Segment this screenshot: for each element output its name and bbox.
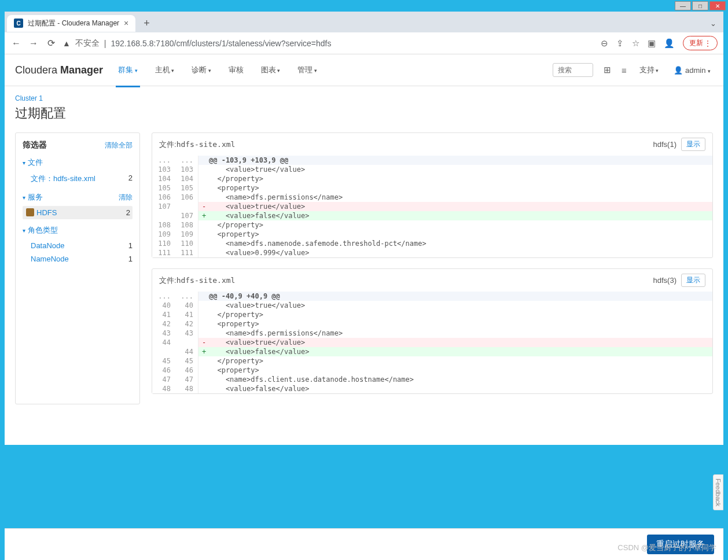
- user-menu[interactable]: 👤 admin: [671, 60, 713, 80]
- filter-item[interactable]: 文件：hdfs-site.xml2: [23, 171, 133, 186]
- forward-button[interactable]: →: [28, 38, 39, 49]
- topnav-menu: 群集 主机 诊断 审核 图表 管理: [116, 59, 319, 81]
- nav-admin[interactable]: 管理: [295, 59, 319, 81]
- diff-code: <property>: [198, 183, 712, 193]
- filter-item-label: NameNode: [31, 255, 69, 263]
- diff-row: 108108 </property>: [152, 220, 712, 230]
- old-line-no: 111: [152, 248, 175, 257]
- filter-item-count: 1: [128, 241, 133, 250]
- browser-address-bar: ← → ⟳ ▲ 不安全 | 192.168.5.8:7180/cmf/clust…: [5, 32, 723, 54]
- filter-group-label: 文件: [28, 157, 43, 168]
- bookmark-icon[interactable]: ☆: [632, 38, 639, 49]
- breadcrumb[interactable]: Cluster 1: [15, 94, 713, 102]
- filter-item-label: 文件：hdfs-site.xml: [31, 174, 95, 184]
- filter-item-count: 2: [128, 174, 133, 184]
- filter-item-label: HDFS: [26, 208, 57, 217]
- diff-code: <value>true</value>: [198, 165, 712, 174]
- window-minimize-button[interactable]: —: [675, 1, 691, 10]
- new-line-no: 105: [175, 183, 198, 193]
- url-text: 192.168.5.8:7180/cmf/clusters/1/stalenes…: [111, 39, 332, 48]
- filter-group-head[interactable]: ▾角色类型: [23, 225, 133, 235]
- diff-row: 104104 </property>: [152, 174, 712, 183]
- tab-overflow-icon[interactable]: ⌄: [705, 19, 721, 28]
- diff-row: ...... @@ -103,9 +103,9 @@: [152, 156, 712, 165]
- diff-row: 4747 <name>dfs.client.use.datanode.hostn…: [152, 375, 712, 384]
- diff-row: 107+ <value>false</value>: [152, 211, 712, 220]
- share-icon[interactable]: ⇪: [616, 38, 624, 49]
- diff-row: 103103 <value>true</value>: [152, 165, 712, 174]
- diff-code: </property>: [198, 220, 712, 230]
- profile-icon[interactable]: 👤: [664, 38, 675, 49]
- browser-tab-strip: C 过期配置 - Cloudera Manager × + ⌄: [5, 12, 723, 32]
- filter-item[interactable]: NameNode1: [23, 252, 133, 266]
- search-input[interactable]: [553, 63, 593, 77]
- app-logo[interactable]: Cloudera Manager: [15, 64, 103, 76]
- new-line-no: 46: [175, 366, 198, 375]
- nav-audits[interactable]: 审核: [226, 59, 246, 81]
- old-line-no: ...: [152, 292, 175, 301]
- back-button[interactable]: ←: [10, 38, 22, 49]
- filter-group-clear[interactable]: 清除: [119, 193, 133, 202]
- old-line-no: 44: [152, 338, 175, 347]
- old-line-no: 107: [152, 202, 175, 211]
- diff-code: <value>true</value>: [198, 301, 712, 310]
- new-line-no: 106: [175, 193, 198, 202]
- old-line-no: 110: [152, 239, 175, 248]
- filter-item[interactable]: DataNode1: [23, 239, 133, 252]
- nav-hosts[interactable]: 主机: [153, 59, 177, 81]
- diff-show-button[interactable]: 显示: [681, 274, 705, 287]
- running-commands-icon[interactable]: ≡: [622, 65, 627, 75]
- filter-group-label: 角色类型: [28, 225, 58, 235]
- diff-row: 44- <value>true</value>: [152, 338, 712, 347]
- new-line-no: 108: [175, 220, 198, 230]
- old-line-no: 45: [152, 356, 175, 366]
- diff-code: </property>: [198, 174, 712, 183]
- new-line-no: 45: [175, 356, 198, 366]
- diff-code: @@ -103,9 +103,9 @@: [198, 156, 712, 165]
- nav-clusters[interactable]: 群集: [116, 59, 140, 87]
- new-line-no: ...: [175, 156, 198, 165]
- new-line-no: 47: [175, 375, 198, 384]
- logo-bold: Manager: [60, 64, 103, 76]
- diff-row: 4040 <value>true</value>: [152, 301, 712, 310]
- new-line-no: 104: [175, 174, 198, 183]
- nav-diagnostics[interactable]: 诊断: [189, 59, 214, 81]
- diff-row: 4141 </property>: [152, 310, 712, 319]
- zoom-icon[interactable]: ⊖: [601, 38, 608, 49]
- diff-row: 105105 <property>: [152, 183, 712, 193]
- new-line-no: 109: [175, 230, 198, 239]
- url-field[interactable]: ▲ 不安全 | 192.168.5.8:7180/cmf/clusters/1/…: [62, 38, 595, 49]
- filter-group-head[interactable]: ▾服务清除: [23, 192, 133, 202]
- diff-main: 文件: hdfs-site.xmlhdfs(1)显示...... @@ -103…: [152, 132, 713, 404]
- old-line-no: ...: [152, 156, 175, 165]
- window-maximize-button[interactable]: □: [692, 1, 708, 10]
- clear-all-link[interactable]: 清除全部: [105, 141, 133, 150]
- sidepanel-icon[interactable]: ▣: [648, 38, 656, 49]
- browser-tab[interactable]: C 过期配置 - Cloudera Manager ×: [7, 15, 135, 32]
- window-close-button[interactable]: ✕: [709, 1, 726, 10]
- tab-title: 过期配置 - Cloudera Manager: [28, 19, 119, 28]
- logo-light: Cloudera: [15, 64, 57, 76]
- filter-item[interactable]: HDFS2: [23, 206, 133, 219]
- chevron-down-icon: ▾: [23, 194, 25, 201]
- new-tab-button[interactable]: +: [139, 17, 155, 30]
- tab-close-icon[interactable]: ×: [124, 19, 128, 28]
- reload-button[interactable]: ⟳: [45, 38, 57, 49]
- diff-row: 109109 <property>: [152, 230, 712, 239]
- diff-show-button[interactable]: 显示: [681, 138, 705, 151]
- diff-code: + <value>false</value>: [198, 347, 712, 356]
- nav-charts[interactable]: 图表: [259, 59, 283, 81]
- new-line-no: ...: [175, 292, 198, 301]
- diff-code: </property>: [198, 356, 712, 366]
- old-line-no: 104: [152, 174, 175, 183]
- old-line-no: 41: [152, 310, 175, 319]
- support-menu[interactable]: 支持: [637, 59, 661, 81]
- old-line-no: 47: [152, 375, 175, 384]
- old-line-no: 48: [152, 384, 175, 393]
- diff-code: <property>: [198, 319, 712, 329]
- parcel-icon[interactable]: ⊞: [604, 65, 611, 75]
- browser-update-button[interactable]: 更新 ⋮: [683, 36, 718, 50]
- new-line-no: 41: [175, 310, 198, 319]
- diff-code: <property>: [198, 230, 712, 239]
- filter-group-head[interactable]: ▾文件: [23, 157, 133, 168]
